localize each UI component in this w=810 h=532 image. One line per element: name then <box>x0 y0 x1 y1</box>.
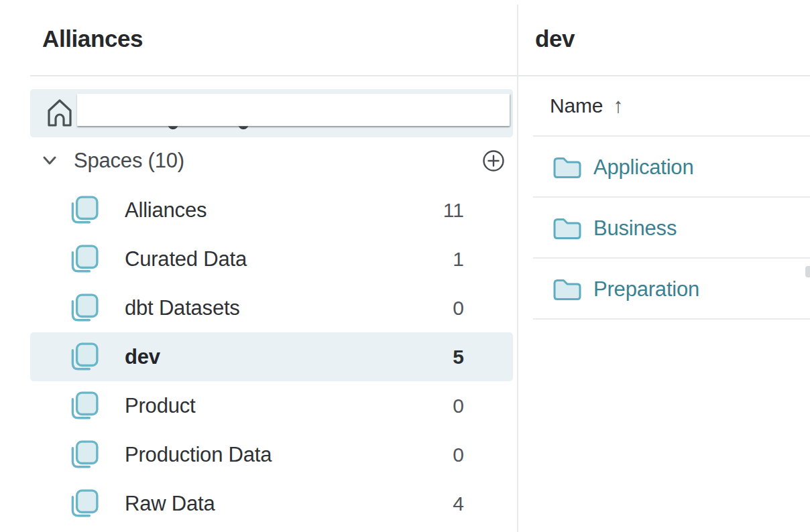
space-item-count: 5 <box>453 346 464 369</box>
folder-list: Application Business Preparation <box>518 137 810 320</box>
space-item-count: 0 <box>453 297 464 320</box>
folder-icon <box>552 277 583 302</box>
space-item-raw-data[interactable]: Raw Data 4 <box>30 479 513 528</box>
spaces-section-label: Spaces (10) <box>74 142 184 180</box>
folder-link[interactable]: Application <box>593 155 693 180</box>
space-details-panel: dev Name ↑ Application Business <box>518 0 810 532</box>
space-item-count: 0 <box>453 395 464 417</box>
sidebar-header-divider <box>30 75 518 76</box>
space-item-label: dev <box>125 345 160 369</box>
space-item-label: Product <box>125 394 195 418</box>
space-item-count: 0 <box>453 444 464 466</box>
space-item-count: 1 <box>453 248 464 271</box>
space-icon <box>67 390 99 422</box>
details-header-divider <box>518 75 810 76</box>
folder-link[interactable]: Preparation <box>593 277 699 302</box>
space-item-alliances[interactable]: Alliances 11 <box>30 186 513 235</box>
home-icon <box>45 97 74 129</box>
space-icon <box>67 488 99 520</box>
space-icon <box>67 439 99 471</box>
folder-link[interactable]: Business <box>593 216 677 241</box>
space-icon <box>67 292 99 324</box>
folder-row-preparation: Preparation <box>518 259 810 320</box>
space-icon <box>67 341 99 373</box>
chevron-down-icon[interactable] <box>40 151 60 170</box>
folder-row-business: Business <box>518 198 810 259</box>
cut-off-edge-element <box>805 266 810 277</box>
space-item-label: dbt Datasets <box>125 296 240 320</box>
space-item-label: Alliances <box>125 198 207 222</box>
row-divider <box>533 318 810 320</box>
folder-icon <box>552 216 583 241</box>
add-space-button[interactable] <box>482 149 505 172</box>
space-item-production-data[interactable]: Production Data 0 <box>30 430 513 479</box>
spaces-list: Alliances 11 Curated Data 1 dbt Datasets <box>30 186 513 528</box>
space-item-curated-data[interactable]: Curated Data 1 <box>30 235 513 283</box>
spaces-sidebar: Alliances Spaces (10) <box>0 0 518 532</box>
sidebar-title: Alliances <box>42 25 143 52</box>
space-item-count: 4 <box>453 492 464 515</box>
space-item-count: 11 <box>443 199 464 222</box>
sort-ascending-icon: ↑ <box>613 94 624 118</box>
column-header-name[interactable]: Name ↑ <box>550 90 624 122</box>
space-item-product[interactable]: Product 0 <box>30 381 513 430</box>
folder-row-application: Application <box>518 137 810 198</box>
plus-circle-icon <box>482 164 505 174</box>
space-icon <box>67 243 99 275</box>
space-item-dev[interactable]: dev 5 <box>30 332 513 381</box>
folder-icon <box>552 155 583 180</box>
name-header-label: Name <box>550 94 603 117</box>
space-icon <box>67 194 99 226</box>
home-item[interactable] <box>30 89 513 137</box>
spaces-section-header: Spaces (10) <box>30 142 513 180</box>
details-panel-title: dev <box>535 25 575 52</box>
space-item-dbt-datasets[interactable]: dbt Datasets 0 <box>30 283 513 332</box>
redacted-text-overlay <box>77 94 510 126</box>
space-item-label: Raw Data <box>125 492 215 516</box>
space-item-label: Production Data <box>125 443 272 467</box>
space-item-label: Curated Data <box>125 247 247 271</box>
